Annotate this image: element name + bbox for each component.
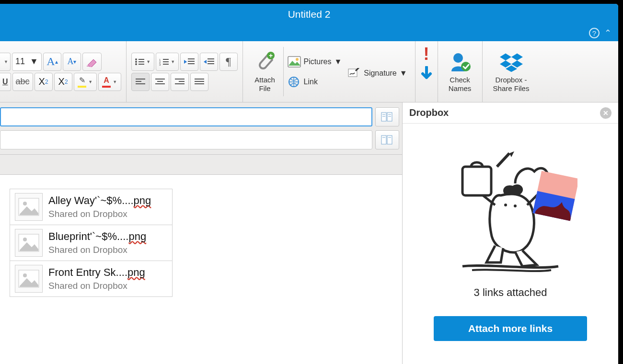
bulleted-list-button[interactable]: ▼ [131, 53, 154, 71]
clear-formatting-button[interactable] [82, 53, 102, 71]
font-color-button[interactable]: A▼ [98, 73, 121, 91]
attach-file-label: Attach File [254, 76, 275, 92]
svg-point-0 [135, 58, 137, 60]
svg-rect-7 [163, 59, 169, 60]
cc-field[interactable] [0, 130, 372, 149]
subscript-button[interactable]: X2 [35, 73, 53, 91]
attachment-filename: Alley Way'`~$%....png [48, 194, 151, 207]
high-importance-button[interactable]: ! [424, 44, 429, 64]
svg-rect-23 [155, 79, 165, 80]
align-justify-button[interactable] [190, 73, 208, 91]
superscript-button[interactable]: X2 [54, 73, 72, 91]
svg-point-35 [296, 58, 299, 61]
svg-marker-16 [204, 60, 207, 64]
svg-rect-17 [208, 58, 214, 59]
dropbox-share-button[interactable]: Dropbox - Share Files [487, 49, 535, 94]
help-icon[interactable]: ? [589, 28, 600, 38]
svg-rect-46 [387, 113, 392, 121]
low-importance-button[interactable] [420, 66, 433, 82]
font-size-value: 11 [15, 57, 25, 67]
ribbon-group-paragraph: ▼ 123▼ ¶ [127, 41, 243, 102]
svg-marker-41 [511, 54, 523, 61]
chevron-down-icon: ▼ [400, 69, 407, 78]
compose-pane: Alley Way'`~$%....png Shared on Dropbox … [0, 102, 403, 364]
dropbox-share-label: Dropbox - Share Files [493, 76, 530, 92]
svg-rect-15 [188, 63, 195, 64]
address-book-cc-button[interactable] [375, 130, 399, 149]
svg-rect-11 [163, 64, 169, 65]
check-names-button[interactable]: Check Names [443, 49, 477, 94]
pictures-button[interactable]: Pictures ▼ [288, 56, 342, 68]
ribbon-group-checknames: Check Names [438, 41, 483, 102]
app-window: Untitled 2 ? ⌃ ▼ 11 ▼ A▴ A▾ [0, 4, 618, 364]
shrink-font-button[interactable]: A▾ [63, 53, 81, 71]
svg-point-66 [514, 205, 517, 207]
image-placeholder-icon [15, 229, 43, 257]
svg-rect-26 [175, 79, 185, 80]
picture-icon [288, 56, 301, 68]
collapse-ribbon-icon[interactable]: ⌃ [604, 28, 611, 38]
underline-button[interactable]: U [0, 73, 11, 91]
ribbon-group-font: ▼ 11 ▼ A▴ A▾ U abc X2 X2 [0, 41, 127, 102]
signature-button[interactable]: Signature ▼ [347, 67, 407, 80]
svg-rect-52 [387, 136, 392, 144]
svg-marker-40 [500, 54, 511, 61]
ribbon-tab-row: ? ⌃ [0, 25, 618, 41]
decrease-indent-button[interactable] [180, 53, 198, 71]
svg-rect-31 [195, 83, 204, 84]
svg-rect-25 [155, 83, 165, 84]
grow-font-button[interactable]: A▴ [43, 53, 61, 71]
signature-label: Signature [364, 69, 397, 78]
svg-rect-22 [136, 83, 145, 84]
svg-rect-45 [381, 113, 386, 121]
attach-more-links-button[interactable]: Attach more links [434, 316, 587, 341]
svg-point-65 [504, 204, 507, 206]
to-field[interactable] [0, 107, 372, 126]
increase-indent-button[interactable] [200, 53, 218, 71]
svg-point-39 [461, 62, 471, 71]
svg-rect-20 [136, 79, 145, 80]
attachment-subtitle: Shared on Dropbox [48, 209, 151, 219]
attachment-card[interactable]: Blueprint'`~$%....png Shared on Dropbox [10, 225, 173, 261]
link-button[interactable]: Link [288, 76, 342, 88]
font-size-input[interactable]: 11 ▼ [12, 53, 42, 71]
address-book-to-button[interactable] [375, 107, 399, 126]
compose-body[interactable]: Alley Way'`~$%....png Shared on Dropbox … [0, 175, 402, 364]
chevron-down-icon: ▼ [334, 57, 342, 66]
svg-rect-19 [208, 63, 214, 64]
link-label: Link [304, 78, 318, 86]
ribbon-group-insert: + Attach File Pictures ▼ Link [243, 41, 415, 102]
strikethrough-button[interactable]: abc [12, 73, 33, 91]
svg-rect-24 [157, 81, 163, 82]
dropbox-icon [500, 51, 523, 74]
svg-rect-13 [188, 58, 195, 59]
close-panel-button[interactable]: ✕ [600, 107, 611, 119]
numbered-list-button[interactable]: 123▼ [156, 53, 179, 71]
align-right-button[interactable] [171, 73, 189, 91]
svg-rect-14 [188, 61, 195, 62]
attach-file-button[interactable]: + Attach File [248, 49, 282, 94]
attachment-subtitle: Shared on Dropbox [48, 281, 145, 291]
font-family-dropdown[interactable]: ▼ [0, 53, 11, 71]
attachment-card[interactable]: Front Entry Sk....png Shared on Dropbox [10, 261, 173, 297]
svg-point-38 [453, 53, 463, 63]
attachment-card[interactable]: Alley Way'`~$%....png Shared on Dropbox [10, 189, 173, 225]
ribbon: ▼ 11 ▼ A▴ A▾ U abc X2 X2 [0, 41, 618, 102]
show-paragraph-marks-button[interactable]: ¶ [219, 53, 238, 71]
align-center-button[interactable] [151, 73, 169, 91]
highlight-color-button[interactable]: ✎▼ [74, 73, 97, 91]
svg-rect-9 [163, 61, 169, 62]
svg-marker-12 [184, 60, 187, 64]
svg-point-60 [23, 273, 27, 277]
message-header-fields [0, 102, 402, 155]
svg-rect-21 [136, 81, 141, 82]
align-left-button[interactable] [131, 73, 150, 91]
dropbox-panel: Dropbox ✕ [403, 102, 618, 364]
paperclip-icon: + [254, 51, 277, 74]
subject-field[interactable] [0, 155, 402, 175]
ribbon-group-priority: ! [415, 41, 438, 102]
ribbon-group-dropbox: Dropbox - Share Files [483, 41, 540, 102]
svg-point-58 [23, 238, 27, 241]
svg-rect-5 [138, 64, 144, 65]
window-title: Untitled 2 [288, 9, 331, 20]
